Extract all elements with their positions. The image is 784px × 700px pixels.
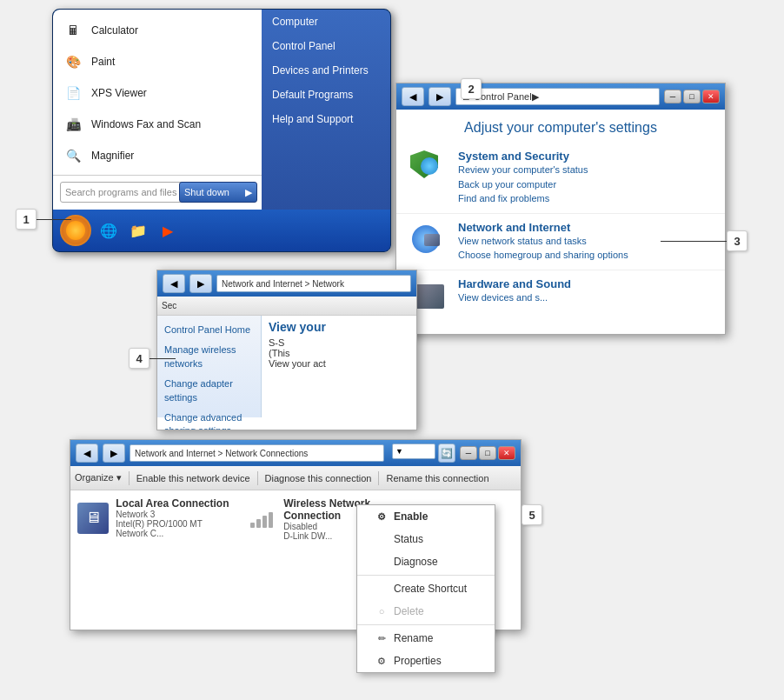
- security-link-0[interactable]: Review your computer's status: [458, 163, 588, 177]
- cp-item-network: Network and Internet View network status…: [396, 214, 725, 270]
- network-link-1[interactable]: Choose homegroup and sharing options: [458, 248, 628, 263]
- address-text: Control Panel: [474, 91, 532, 102]
- win4-toolbar: Organize ▾ Enable this network device Di…: [70, 466, 521, 490]
- shutdown-button[interactable]: Shut down ▶: [179, 182, 257, 203]
- ctx-enable-label: Enable: [394, 510, 428, 523]
- sidebar-cp-home[interactable]: Control Panel Home: [157, 320, 261, 340]
- ctx-properties[interactable]: ⚙ Properties: [357, 650, 495, 672]
- security-icon-wrap: [409, 150, 448, 188]
- ctx-shortcut[interactable]: Create Shortcut: [357, 577, 495, 600]
- back-btn-3[interactable]: ◀: [163, 274, 185, 293]
- max-btn-4[interactable]: □: [479, 446, 496, 460]
- menu-divider: [53, 175, 262, 176]
- divider-2: [257, 471, 258, 485]
- explorer-icon[interactable]: 📁: [126, 218, 150, 243]
- media-icon[interactable]: ▶: [156, 218, 180, 243]
- label-3: 3: [727, 230, 747, 251]
- fwd-btn-2[interactable]: ▶: [429, 87, 451, 106]
- rename-icon: ✏: [375, 631, 389, 645]
- ctx-diagnose[interactable]: Diagnose: [357, 550, 495, 573]
- menu-item-label: Magnifier: [91, 150, 134, 162]
- right-item-help[interactable]: Help and Support: [262, 107, 390, 131]
- divider-3: [378, 471, 379, 485]
- right-item-computer[interactable]: Computer: [262, 10, 390, 34]
- cp-item-security-text: System and Security Review your computer…: [458, 150, 588, 206]
- network-link-0[interactable]: View network status and tasks: [458, 234, 628, 249]
- start-menu-window: 🖩 Calculator 🎨 Paint 📄 XPS Viewer 📠 Wind…: [52, 9, 391, 252]
- organize-btn[interactable]: Organize ▾: [75, 472, 122, 483]
- diagnose-icon: [375, 555, 389, 569]
- start-menu-left-panel: 🖩 Calculator 🎨 Paint 📄 XPS Viewer 📠 Wind…: [53, 10, 262, 210]
- sidebar-advanced-sharing[interactable]: Change advanced sharing settings: [157, 408, 261, 430]
- menu-item-magnifier[interactable]: 🔍 Magnifier: [53, 140, 262, 171]
- security-link-2[interactable]: Find and fix problems: [458, 191, 588, 206]
- cp-item-hardware: Hardware and Sound View devices and s...: [396, 270, 725, 323]
- right-item-controlpanel[interactable]: Control Panel: [262, 34, 390, 58]
- right-item-default[interactable]: Default Programs: [262, 83, 390, 107]
- right-item-devices[interactable]: Devices and Printers: [262, 58, 390, 83]
- lan-icon: 🖥: [77, 503, 109, 534]
- dropdown-ctrl[interactable]: ▼: [392, 443, 435, 459]
- calculator-icon: 🖩: [62, 19, 84, 42]
- ctx-status[interactable]: Status: [357, 528, 495, 550]
- win3-toolbar: Sec: [157, 297, 416, 316]
- address-bar-2[interactable]: 🖥 Control Panel ▶: [455, 88, 660, 105]
- ctx-enable[interactable]: ⚙ Enable: [357, 505, 495, 528]
- status-icon: [375, 532, 389, 546]
- network-internet-window: ◀ ▶ Network and Internet > Network Sec C…: [156, 270, 417, 430]
- security-link-1[interactable]: Back up your computer: [458, 177, 588, 192]
- lan-name: Local Area Connection: [116, 497, 234, 510]
- min-btn-4[interactable]: ─: [460, 446, 477, 460]
- lan-info: Local Area Connection Network 3 Intel(R)…: [116, 497, 234, 538]
- divider-1: [129, 471, 130, 485]
- ctx-divider-2: [357, 624, 495, 625]
- fax-icon: 📠: [62, 113, 84, 136]
- network-title[interactable]: Network and Internet: [458, 221, 628, 234]
- line-4: [149, 358, 176, 359]
- maximize-btn[interactable]: □: [683, 90, 701, 103]
- fwd-btn-3[interactable]: ▶: [189, 274, 212, 293]
- diagnose-btn[interactable]: Diagnose this connection: [265, 473, 372, 483]
- security-title[interactable]: System and Security: [458, 150, 588, 163]
- sidebar-manage-wireless[interactable]: Manage wireless networks: [157, 340, 261, 374]
- local-area-connection[interactable]: 🖥 Local Area Connection Network 3 Intel(…: [77, 497, 234, 541]
- lan-network: Network 3: [116, 510, 234, 519]
- ctx-rename[interactable]: ✏ Rename: [357, 627, 495, 650]
- search-label: Sec: [162, 301, 176, 310]
- win3-sidebar: Control Panel Home Manage wireless netwo…: [157, 316, 262, 417]
- hardware-title[interactable]: Hardware and Sound: [458, 277, 571, 290]
- back-btn-2[interactable]: ◀: [402, 87, 424, 106]
- menu-item-fax[interactable]: 📠 Windows Fax and Scan: [53, 109, 262, 140]
- label-5: 5: [522, 504, 542, 525]
- menu-item-xps[interactable]: 📄 XPS Viewer: [53, 77, 262, 109]
- properties-icon: ⚙: [375, 654, 389, 668]
- menu-item-calculator[interactable]: 🖩 Calculator: [53, 15, 262, 46]
- hardware-icon: [413, 284, 444, 309]
- fwd-btn-4[interactable]: ▶: [103, 443, 125, 463]
- wifi-icon: [247, 503, 276, 535]
- close-btn[interactable]: ✕: [702, 90, 720, 103]
- menu-item-paint[interactable]: 🎨 Paint: [53, 46, 262, 77]
- paint-icon: 🎨: [62, 50, 84, 73]
- win-controls-2: ─ □ ✕: [664, 90, 720, 103]
- enable-device-btn[interactable]: Enable this network device: [136, 473, 250, 483]
- minimize-btn[interactable]: ─: [664, 90, 681, 103]
- cp-heading: Adjust your computer's settings: [396, 110, 725, 143]
- cp-item-network-text: Network and Internet View network status…: [458, 221, 628, 263]
- close-btn-4[interactable]: ✕: [498, 446, 515, 460]
- sidebar-change-adapter[interactable]: Change adapter settings: [157, 374, 261, 408]
- line-3: [661, 241, 727, 242]
- control-panel-window: ◀ ▶ 🖥 Control Panel ▶ ─ □ ✕ Adjust your …: [395, 83, 726, 335]
- label-2: 2: [461, 78, 482, 99]
- ie-icon[interactable]: 🌐: [96, 218, 121, 243]
- search-placeholder: Search programs and files: [65, 187, 176, 197]
- shutdown-label: Shut down: [184, 187, 229, 197]
- back-btn-4[interactable]: ◀: [76, 443, 98, 463]
- hardware-link-0[interactable]: View devices and s...: [458, 290, 571, 305]
- address-bar-4[interactable]: Network and Internet > Network Connectio…: [130, 444, 384, 462]
- rename-btn[interactable]: Rename this connection: [386, 473, 488, 483]
- refresh-btn[interactable]: 🔄: [438, 443, 455, 463]
- address-bar-3[interactable]: Network and Internet > Network: [216, 275, 411, 292]
- menu-item-label: Windows Fax and Scan: [91, 118, 201, 130]
- lan-driver: Intel(R) PRO/1000 MT Network C...: [116, 519, 234, 538]
